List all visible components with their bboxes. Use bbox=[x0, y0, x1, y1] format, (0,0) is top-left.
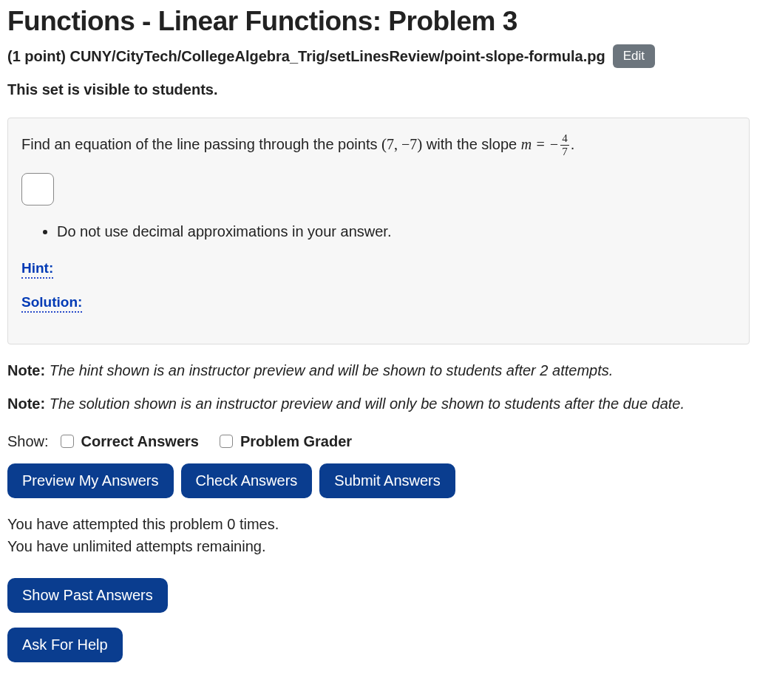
problem-grader-label: Problem Grader bbox=[240, 433, 352, 450]
problem-suffix: . bbox=[571, 136, 575, 152]
page-title: Functions - Linear Functions: Problem 3 bbox=[7, 6, 750, 37]
slope-fraction: 47 bbox=[560, 133, 569, 157]
show-past-answers-button[interactable]: Show Past Answers bbox=[7, 578, 168, 613]
m-equals: m = − bbox=[521, 136, 559, 152]
show-label: Show: bbox=[7, 433, 49, 450]
hint-note-body: The hint shown is an instructor preview … bbox=[45, 362, 613, 378]
correct-answers-label: Correct Answers bbox=[81, 433, 199, 450]
problem-grader-checkbox[interactable] bbox=[220, 435, 233, 448]
problem-path: CUNY/CityTech/CollegeAlgebra_Trig/setLin… bbox=[69, 48, 605, 64]
points-path: (1 point) CUNY/CityTech/CollegeAlgebra_T… bbox=[7, 48, 605, 65]
secondary-buttons: Show Past Answers Ask For Help bbox=[7, 578, 750, 662]
note-label: Note: bbox=[7, 395, 45, 412]
problem-prefix: Find an equation of the line passing thr… bbox=[21, 136, 381, 152]
note-label: Note: bbox=[7, 362, 45, 378]
visibility-notice: This set is visible to students. bbox=[7, 81, 750, 98]
hint-note: Note: The hint shown is an instructor pr… bbox=[7, 362, 750, 379]
check-answers-button[interactable]: Check Answers bbox=[181, 463, 313, 498]
solution-note-body: The solution shown is an instructor prev… bbox=[45, 395, 685, 412]
point-x: 7 bbox=[387, 136, 394, 152]
ask-for-help-button[interactable]: Ask For Help bbox=[7, 628, 123, 662]
hint-toggle[interactable]: Hint: bbox=[21, 261, 53, 279]
attempts-line-2: You have unlimited attempts remaining. bbox=[7, 535, 750, 557]
solution-note: Note: The solution shown is an instructo… bbox=[7, 395, 750, 412]
instruction-list: Do not use decimal approximations in you… bbox=[57, 223, 736, 240]
point-open: ( bbox=[381, 135, 387, 153]
correct-answers-checkbox[interactable] bbox=[61, 435, 74, 448]
instruction-item: Do not use decimal approximations in you… bbox=[57, 223, 736, 240]
solution-toggle[interactable]: Solution: bbox=[21, 295, 82, 313]
fraction-numerator: 4 bbox=[560, 133, 569, 146]
point-y: −7 bbox=[401, 136, 417, 152]
problem-panel: Find an equation of the line passing thr… bbox=[7, 118, 750, 344]
attempts-line-1: You have attempted this problem 0 times. bbox=[7, 513, 750, 535]
problem-statement: Find an equation of the line passing thr… bbox=[21, 133, 736, 158]
action-button-row: Preview My Answers Check Answers Submit … bbox=[7, 463, 750, 498]
points: (1 point) bbox=[7, 48, 66, 64]
preview-answers-button[interactable]: Preview My Answers bbox=[7, 463, 174, 498]
answer-input[interactable] bbox=[21, 173, 54, 205]
submit-answers-button[interactable]: Submit Answers bbox=[319, 463, 455, 498]
fraction-denominator: 7 bbox=[560, 146, 569, 157]
point-comma: , bbox=[394, 136, 401, 152]
edit-button[interactable]: Edit bbox=[613, 44, 655, 68]
problem-mid: with the slope bbox=[422, 136, 520, 152]
attempts-info: You have attempted this problem 0 times.… bbox=[7, 513, 750, 557]
meta-row: (1 point) CUNY/CityTech/CollegeAlgebra_T… bbox=[7, 44, 750, 68]
show-options-row: Show: Correct Answers Problem Grader bbox=[7, 433, 750, 450]
